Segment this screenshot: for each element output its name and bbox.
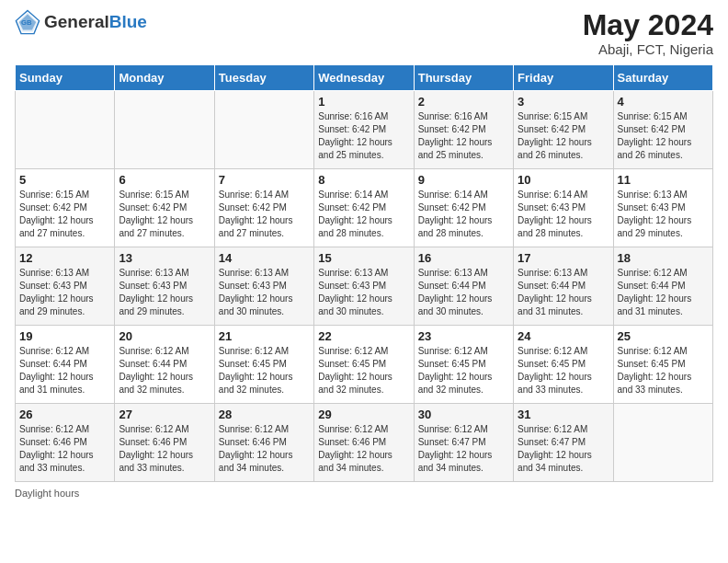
location: Abaji, FCT, Nigeria: [583, 41, 713, 57]
day-header-thursday: Thursday: [414, 65, 513, 91]
calendar-cell: 12Sunrise: 6:13 AMSunset: 6:43 PMDayligh…: [16, 247, 115, 326]
day-header-wednesday: Wednesday: [314, 65, 414, 91]
logo-icon: GB: [15, 9, 40, 35]
calendar-cell: 27Sunrise: 6:12 AMSunset: 6:46 PMDayligh…: [115, 404, 214, 482]
calendar-table: SundayMondayTuesdayWednesdayThursdayFrid…: [15, 64, 713, 482]
day-number: 10: [518, 173, 609, 187]
footer-note: Daylight hours: [15, 488, 713, 499]
day-detail: Sunrise: 6:12 AMSunset: 6:46 PMDaylight:…: [19, 423, 110, 475]
day-number: 30: [418, 408, 509, 421]
calendar-header-row: SundayMondayTuesdayWednesdayThursdayFrid…: [16, 65, 713, 91]
day-number: 5: [19, 173, 110, 187]
logo-general: General: [44, 12, 109, 31]
calendar-cell: 10Sunrise: 6:14 AMSunset: 6:43 PMDayligh…: [514, 169, 613, 247]
day-number: 22: [318, 329, 409, 343]
day-detail: Sunrise: 6:12 AMSunset: 6:46 PMDaylight:…: [119, 423, 210, 475]
day-number: 28: [219, 408, 310, 421]
calendar-week-3: 12Sunrise: 6:13 AMSunset: 6:43 PMDayligh…: [16, 247, 713, 326]
calendar-cell: 14Sunrise: 6:13 AMSunset: 6:43 PMDayligh…: [214, 247, 313, 326]
calendar-cell: 9Sunrise: 6:14 AMSunset: 6:42 PMDaylight…: [414, 169, 513, 247]
svg-text:GB: GB: [21, 18, 32, 27]
day-number: 1: [318, 95, 409, 109]
day-detail: Sunrise: 6:12 AMSunset: 6:47 PMDaylight:…: [518, 423, 609, 475]
day-detail: Sunrise: 6:12 AMSunset: 6:45 PMDaylight:…: [618, 345, 709, 396]
day-detail: Sunrise: 6:12 AMSunset: 6:45 PMDaylight:…: [318, 345, 409, 396]
day-number: 29: [318, 408, 409, 421]
day-detail: Sunrise: 6:12 AMSunset: 6:45 PMDaylight:…: [418, 345, 509, 396]
day-detail: Sunrise: 6:16 AMSunset: 6:42 PMDaylight:…: [318, 110, 409, 162]
day-number: 12: [19, 251, 110, 265]
day-header-sunday: Sunday: [16, 65, 115, 91]
day-detail: Sunrise: 6:15 AMSunset: 6:42 PMDaylight:…: [518, 110, 609, 162]
day-detail: Sunrise: 6:16 AMSunset: 6:42 PMDaylight:…: [418, 110, 509, 162]
day-detail: Sunrise: 6:14 AMSunset: 6:42 PMDaylight:…: [219, 189, 310, 240]
day-detail: Sunrise: 6:12 AMSunset: 6:46 PMDaylight:…: [219, 423, 310, 475]
day-number: 14: [219, 251, 310, 265]
day-number: 31: [518, 408, 609, 421]
calendar-cell: 29Sunrise: 6:12 AMSunset: 6:46 PMDayligh…: [314, 404, 414, 482]
calendar-cell: [16, 91, 115, 169]
title-area: May 2024 Abaji, FCT, Nigeria: [583, 9, 713, 57]
day-detail: Sunrise: 6:13 AMSunset: 6:44 PMDaylight:…: [518, 267, 609, 318]
calendar-cell: 7Sunrise: 6:14 AMSunset: 6:42 PMDaylight…: [214, 169, 313, 247]
calendar-cell: 13Sunrise: 6:13 AMSunset: 6:43 PMDayligh…: [115, 247, 214, 326]
day-detail: Sunrise: 6:12 AMSunset: 6:46 PMDaylight:…: [318, 423, 409, 475]
calendar-cell: [115, 91, 214, 169]
calendar-cell: 11Sunrise: 6:13 AMSunset: 6:43 PMDayligh…: [613, 169, 712, 247]
daylight-hours-label: Daylight hours: [15, 488, 79, 499]
day-detail: Sunrise: 6:15 AMSunset: 6:42 PMDaylight:…: [618, 110, 709, 162]
calendar-cell: 6Sunrise: 6:15 AMSunset: 6:42 PMDaylight…: [115, 169, 214, 247]
calendar-cell: 15Sunrise: 6:13 AMSunset: 6:43 PMDayligh…: [314, 247, 414, 326]
logo-blue: Blue: [109, 12, 147, 31]
calendar-week-1: 1Sunrise: 6:16 AMSunset: 6:42 PMDaylight…: [16, 91, 713, 169]
day-number: 24: [518, 329, 609, 343]
calendar-cell: 26Sunrise: 6:12 AMSunset: 6:46 PMDayligh…: [16, 404, 115, 482]
calendar-cell: 2Sunrise: 6:16 AMSunset: 6:42 PMDaylight…: [414, 91, 513, 169]
day-header-saturday: Saturday: [613, 65, 712, 91]
day-detail: Sunrise: 6:12 AMSunset: 6:44 PMDaylight:…: [119, 345, 210, 396]
day-detail: Sunrise: 6:13 AMSunset: 6:44 PMDaylight:…: [418, 267, 509, 318]
day-number: 16: [418, 251, 509, 265]
day-number: 27: [119, 408, 210, 421]
calendar-cell: 24Sunrise: 6:12 AMSunset: 6:45 PMDayligh…: [514, 326, 613, 404]
calendar-cell: [214, 91, 313, 169]
calendar-week-4: 19Sunrise: 6:12 AMSunset: 6:44 PMDayligh…: [16, 326, 713, 404]
calendar-cell: 25Sunrise: 6:12 AMSunset: 6:45 PMDayligh…: [613, 326, 712, 404]
day-number: 7: [219, 173, 310, 187]
day-detail: Sunrise: 6:14 AMSunset: 6:42 PMDaylight:…: [418, 189, 509, 240]
day-number: 8: [318, 173, 409, 187]
calendar-cell: [613, 404, 712, 482]
day-detail: Sunrise: 6:12 AMSunset: 6:47 PMDaylight:…: [418, 423, 509, 475]
day-detail: Sunrise: 6:12 AMSunset: 6:45 PMDaylight:…: [518, 345, 609, 396]
day-header-tuesday: Tuesday: [214, 65, 313, 91]
day-detail: Sunrise: 6:13 AMSunset: 6:43 PMDaylight:…: [119, 267, 210, 318]
logo-text: GeneralBlue: [44, 12, 147, 32]
day-header-friday: Friday: [514, 65, 613, 91]
calendar-week-2: 5Sunrise: 6:15 AMSunset: 6:42 PMDaylight…: [16, 169, 713, 247]
calendar-cell: 19Sunrise: 6:12 AMSunset: 6:44 PMDayligh…: [16, 326, 115, 404]
calendar-cell: 31Sunrise: 6:12 AMSunset: 6:47 PMDayligh…: [514, 404, 613, 482]
calendar-cell: 16Sunrise: 6:13 AMSunset: 6:44 PMDayligh…: [414, 247, 513, 326]
day-detail: Sunrise: 6:13 AMSunset: 6:43 PMDaylight:…: [318, 267, 409, 318]
day-number: 3: [518, 95, 609, 109]
calendar-cell: 18Sunrise: 6:12 AMSunset: 6:44 PMDayligh…: [613, 247, 712, 326]
calendar-cell: 21Sunrise: 6:12 AMSunset: 6:45 PMDayligh…: [214, 326, 313, 404]
calendar-cell: 8Sunrise: 6:14 AMSunset: 6:42 PMDaylight…: [314, 169, 414, 247]
day-detail: Sunrise: 6:12 AMSunset: 6:44 PMDaylight:…: [19, 345, 110, 396]
day-detail: Sunrise: 6:14 AMSunset: 6:42 PMDaylight:…: [318, 189, 409, 240]
day-number: 6: [119, 173, 210, 187]
day-number: 13: [119, 251, 210, 265]
calendar-cell: 22Sunrise: 6:12 AMSunset: 6:45 PMDayligh…: [314, 326, 414, 404]
day-detail: Sunrise: 6:12 AMSunset: 6:45 PMDaylight:…: [219, 345, 310, 396]
day-number: 25: [618, 329, 709, 343]
calendar-cell: 28Sunrise: 6:12 AMSunset: 6:46 PMDayligh…: [214, 404, 313, 482]
day-number: 17: [518, 251, 609, 265]
day-number: 2: [418, 95, 509, 109]
day-detail: Sunrise: 6:15 AMSunset: 6:42 PMDaylight:…: [19, 189, 110, 240]
header: GB GeneralBlue May 2024 Abaji, FCT, Nige…: [15, 9, 713, 57]
day-number: 15: [318, 251, 409, 265]
day-number: 21: [219, 329, 310, 343]
day-number: 26: [19, 408, 110, 421]
calendar-cell: 20Sunrise: 6:12 AMSunset: 6:44 PMDayligh…: [115, 326, 214, 404]
day-number: 19: [19, 329, 110, 343]
